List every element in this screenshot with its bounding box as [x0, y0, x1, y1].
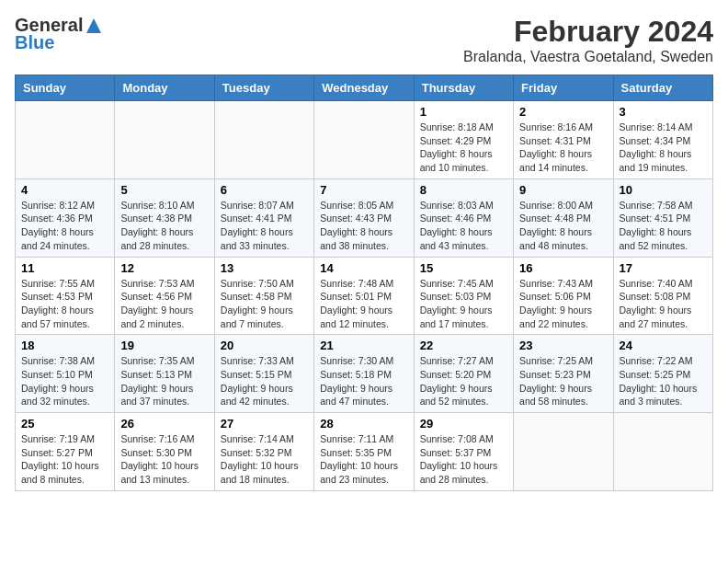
title-section: February 2024 Bralanda, Vaestra Goetalan… [463, 15, 713, 65]
day-info: Sunrise: 8:00 AMSunset: 4:48 PMDaylight:… [519, 199, 607, 253]
day-number: 26 [120, 417, 208, 431]
day-info: Sunrise: 7:27 AMSunset: 5:20 PMDaylight:… [420, 354, 507, 408]
day-number: 14 [320, 261, 407, 275]
calendar-header-monday: Monday [115, 75, 214, 101]
calendar-header-sunday: Sunday [16, 75, 115, 101]
calendar-week-row: 4Sunrise: 8:12 AMSunset: 4:36 PMDaylight… [16, 178, 713, 257]
calendar-cell: 24Sunrise: 7:22 AMSunset: 5:25 PMDayligh… [613, 335, 712, 413]
day-info: Sunrise: 7:33 AMSunset: 5:15 PMDaylight:… [221, 354, 308, 408]
calendar-cell: 19Sunrise: 7:35 AMSunset: 5:13 PMDayligh… [115, 335, 214, 413]
day-info: Sunrise: 8:14 AMSunset: 4:34 PMDaylight:… [620, 121, 707, 175]
calendar-cell [16, 101, 115, 179]
day-info: Sunrise: 7:48 AMSunset: 5:01 PMDaylight:… [320, 277, 407, 331]
day-info: Sunrise: 7:40 AMSunset: 5:08 PMDaylight:… [620, 277, 707, 331]
calendar-cell: 8Sunrise: 8:03 AMSunset: 4:46 PMDaylight… [414, 178, 513, 257]
calendar-cell: 15Sunrise: 7:45 AMSunset: 5:03 PMDayligh… [414, 257, 513, 335]
day-number: 15 [420, 261, 507, 275]
day-number: 21 [320, 339, 407, 352]
calendar-cell: 11Sunrise: 7:55 AMSunset: 4:53 PMDayligh… [16, 257, 115, 335]
day-info: Sunrise: 8:03 AMSunset: 4:46 PMDaylight:… [420, 199, 507, 253]
calendar-cell: 17Sunrise: 7:40 AMSunset: 5:08 PMDayligh… [613, 257, 712, 335]
day-info: Sunrise: 7:30 AMSunset: 5:18 PMDaylight:… [320, 354, 407, 408]
page-header: General Blue February 2024 Bralanda, Vae… [15, 15, 713, 65]
day-number: 22 [420, 339, 507, 352]
calendar-header-friday: Friday [514, 75, 613, 101]
day-info: Sunrise: 7:38 AMSunset: 5:10 PMDaylight:… [21, 354, 108, 408]
day-number: 29 [420, 417, 507, 431]
calendar-cell: 20Sunrise: 7:33 AMSunset: 5:15 PMDayligh… [214, 335, 313, 413]
day-number: 25 [21, 417, 108, 431]
calendar-cell [613, 413, 712, 491]
calendar-cell [314, 101, 414, 179]
day-number: 23 [519, 339, 607, 352]
day-info: Sunrise: 7:35 AMSunset: 5:13 PMDaylight:… [120, 354, 208, 408]
calendar-cell: 7Sunrise: 8:05 AMSunset: 4:43 PMDaylight… [314, 178, 414, 257]
day-info: Sunrise: 7:58 AMSunset: 4:51 PMDaylight:… [620, 199, 707, 253]
calendar-cell: 21Sunrise: 7:30 AMSunset: 5:18 PMDayligh… [314, 335, 414, 413]
calendar-cell: 1Sunrise: 8:18 AMSunset: 4:29 PMDaylight… [414, 101, 513, 179]
calendar-table: SundayMondayTuesdayWednesdayThursdayFrid… [15, 75, 713, 491]
calendar-header-row: SundayMondayTuesdayWednesdayThursdayFrid… [16, 75, 713, 101]
calendar-cell [115, 101, 214, 179]
calendar-week-row: 18Sunrise: 7:38 AMSunset: 5:10 PMDayligh… [16, 335, 713, 413]
day-number: 28 [320, 417, 407, 431]
calendar-cell: 6Sunrise: 8:07 AMSunset: 4:41 PMDaylight… [214, 178, 313, 257]
logo-blue-text: Blue [15, 32, 54, 53]
calendar-cell: 29Sunrise: 7:08 AMSunset: 5:37 PMDayligh… [414, 413, 513, 491]
logo: General Blue [15, 15, 103, 53]
calendar-cell: 25Sunrise: 7:19 AMSunset: 5:27 PMDayligh… [16, 413, 115, 491]
day-info: Sunrise: 7:25 AMSunset: 5:23 PMDaylight:… [519, 354, 607, 408]
day-number: 24 [620, 339, 707, 352]
calendar-cell: 3Sunrise: 8:14 AMSunset: 4:34 PMDaylight… [613, 101, 712, 179]
day-info: Sunrise: 8:18 AMSunset: 4:29 PMDaylight:… [420, 121, 507, 175]
day-number: 18 [21, 339, 108, 352]
day-info: Sunrise: 7:16 AMSunset: 5:30 PMDaylight:… [120, 432, 208, 487]
calendar-cell [214, 101, 313, 179]
calendar-cell: 4Sunrise: 8:12 AMSunset: 4:36 PMDaylight… [16, 178, 115, 257]
page-subtitle: Bralanda, Vaestra Goetaland, Sweden [463, 49, 713, 65]
calendar-header-thursday: Thursday [414, 75, 513, 101]
day-info: Sunrise: 7:14 AMSunset: 5:32 PMDaylight:… [221, 432, 308, 487]
day-number: 17 [620, 261, 707, 275]
day-number: 27 [221, 417, 308, 431]
day-number: 6 [221, 183, 308, 197]
calendar-week-row: 1Sunrise: 8:18 AMSunset: 4:29 PMDaylight… [16, 101, 713, 179]
day-number: 13 [221, 261, 308, 275]
day-info: Sunrise: 7:22 AMSunset: 5:25 PMDaylight:… [620, 354, 707, 408]
day-number: 5 [120, 183, 208, 197]
day-info: Sunrise: 8:10 AMSunset: 4:38 PMDaylight:… [120, 199, 208, 253]
calendar-week-row: 11Sunrise: 7:55 AMSunset: 4:53 PMDayligh… [16, 257, 713, 335]
calendar-cell: 28Sunrise: 7:11 AMSunset: 5:35 PMDayligh… [314, 413, 414, 491]
calendar-cell: 5Sunrise: 8:10 AMSunset: 4:38 PMDaylight… [115, 178, 214, 257]
page-title: February 2024 [463, 15, 713, 49]
logo-icon [85, 17, 103, 35]
calendar-cell: 27Sunrise: 7:14 AMSunset: 5:32 PMDayligh… [214, 413, 313, 491]
day-number: 7 [320, 183, 407, 197]
day-number: 20 [221, 339, 308, 352]
calendar-cell: 12Sunrise: 7:53 AMSunset: 4:56 PMDayligh… [115, 257, 214, 335]
calendar-header-tuesday: Tuesday [214, 75, 313, 101]
day-number: 9 [519, 183, 607, 197]
calendar-cell: 2Sunrise: 8:16 AMSunset: 4:31 PMDaylight… [514, 101, 613, 179]
calendar-cell: 26Sunrise: 7:16 AMSunset: 5:30 PMDayligh… [115, 413, 214, 491]
day-info: Sunrise: 7:19 AMSunset: 5:27 PMDaylight:… [21, 432, 108, 487]
day-number: 3 [620, 105, 707, 119]
day-info: Sunrise: 7:45 AMSunset: 5:03 PMDaylight:… [420, 277, 507, 331]
day-number: 4 [21, 183, 108, 197]
day-info: Sunrise: 7:55 AMSunset: 4:53 PMDaylight:… [21, 277, 108, 331]
calendar-cell: 22Sunrise: 7:27 AMSunset: 5:20 PMDayligh… [414, 335, 513, 413]
calendar-cell: 23Sunrise: 7:25 AMSunset: 5:23 PMDayligh… [514, 335, 613, 413]
day-number: 10 [620, 183, 707, 197]
day-info: Sunrise: 7:08 AMSunset: 5:37 PMDaylight:… [420, 432, 507, 487]
calendar-cell: 16Sunrise: 7:43 AMSunset: 5:06 PMDayligh… [514, 257, 613, 335]
calendar-header-wednesday: Wednesday [314, 75, 414, 101]
day-number: 16 [519, 261, 607, 275]
day-info: Sunrise: 8:16 AMSunset: 4:31 PMDaylight:… [519, 121, 607, 175]
day-number: 1 [420, 105, 507, 119]
calendar-cell: 14Sunrise: 7:48 AMSunset: 5:01 PMDayligh… [314, 257, 414, 335]
day-info: Sunrise: 7:11 AMSunset: 5:35 PMDaylight:… [320, 432, 407, 487]
day-number: 8 [420, 183, 507, 197]
day-info: Sunrise: 8:05 AMSunset: 4:43 PMDaylight:… [320, 199, 407, 253]
day-info: Sunrise: 7:50 AMSunset: 4:58 PMDaylight:… [221, 277, 308, 331]
svg-marker-0 [86, 18, 101, 33]
